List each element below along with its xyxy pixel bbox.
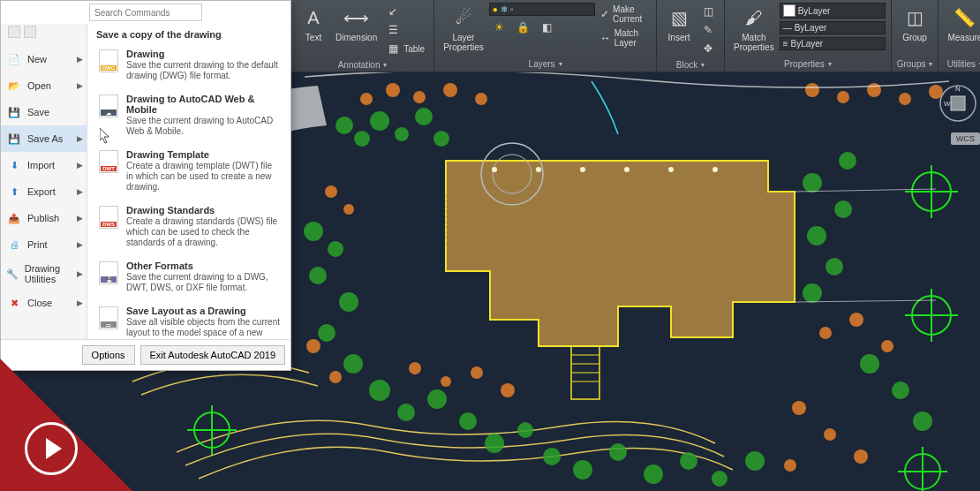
file-type-icon: ▭ — [98, 306, 119, 330]
option-title: Save Layout as a Drawing — [126, 306, 280, 316]
linetype-dropdown[interactable]: ≡ByLayer — [780, 37, 886, 50]
option-desc: Create a drawing template (DWT) file in … — [126, 161, 280, 193]
table-button[interactable]: ▦Table — [382, 40, 428, 57]
dimension-button[interactable]: ⟷Dimension — [332, 3, 381, 44]
saveas-option-drawing-template[interactable]: DWTDrawing TemplateCreate a drawing temp… — [96, 147, 282, 194]
wcs-badge[interactable]: WCS — [951, 132, 980, 145]
menu-item-import[interactable]: ⬇Import▶ — [1, 152, 87, 178]
dimension-icon: ⟷ — [343, 4, 370, 31]
svg-point-56 — [409, 362, 421, 374]
ribbon-group-utilities: 📏Measure Utilities▾ — [939, 0, 980, 72]
file-type-icon: DWS — [98, 205, 119, 230]
lock-icon: 🔒 — [516, 20, 531, 34]
group-icon: ◫ — [901, 4, 928, 31]
match-layer-button[interactable]: ↔Match Layer — [597, 26, 651, 49]
menu-item-new[interactable]: 📄New▶ — [1, 46, 87, 72]
menu-item-publish[interactable]: 📤Publish▶ — [1, 205, 87, 231]
submenu-arrow-icon: ▶ — [77, 81, 83, 90]
saveas-option-drawing-standards[interactable]: DWSDrawing StandardsCreate a drawing sta… — [96, 203, 282, 250]
option-desc: Save the current drawing to a DWG, DWT, … — [126, 272, 280, 293]
recent-toggle[interactable] — [8, 26, 36, 38]
menu-item-print[interactable]: 🖨Print▶ — [1, 231, 87, 258]
svg-point-40 — [892, 381, 909, 399]
block-tool-3[interactable]: ✥ — [697, 40, 719, 57]
lineweight-dropdown[interactable]: —ByLayer — [780, 21, 886, 34]
saveas-option-save-layout-as-a-drawing[interactable]: ▭Save Layout as a DrawingSave all visibl… — [96, 304, 282, 339]
submenu-arrow-icon: ▶ — [77, 161, 83, 170]
block-tool-1[interactable]: ◫ — [697, 3, 719, 20]
group-title[interactable]: Utilities▾ — [947, 57, 980, 72]
svg-point-52 — [325, 185, 337, 198]
ribbon-group-annotation: AText ⟷Dimension ↙ ☰ ▦Table Annotation▾ — [291, 0, 434, 72]
svg-point-25 — [517, 422, 533, 438]
appmenu-left-column: 📄New▶📂Open▶💾Save💾Save As▶⬇Import▶⬆Export… — [1, 24, 87, 339]
svg-point-34 — [825, 258, 843, 276]
layer-dropdown[interactable]: ●❄▫ — [489, 3, 595, 16]
svg-point-28 — [609, 443, 627, 461]
exit-button[interactable]: Exit Autodesk AutoCAD 2019 — [140, 345, 285, 365]
group-title[interactable]: Groups▾ — [897, 57, 933, 72]
svg-text:N: N — [955, 85, 961, 93]
saveas-option-drawing[interactable]: DWGDrawingSave the current drawing to th… — [96, 47, 282, 83]
menu-item-export[interactable]: ⬆Export▶ — [1, 178, 87, 205]
menu-item-drawing-utilities[interactable]: 🔧Drawing Utilities▶ — [1, 258, 87, 290]
saveas-option-other-formats[interactable]: 💾Other FormatsSave the current drawing t… — [96, 259, 282, 295]
menu-item-close[interactable]: ✖Close▶ — [1, 290, 87, 316]
menu-item-icon: 💾 — [6, 104, 22, 120]
svg-point-61 — [849, 313, 863, 327]
menu-item-save-as[interactable]: 💾Save As▶ — [1, 125, 87, 152]
layer-tool-3[interactable]: ◧ — [537, 19, 558, 36]
svg-point-66 — [784, 459, 796, 472]
measure-button[interactable]: 📏Measure — [944, 3, 980, 44]
svg-point-13 — [433, 131, 449, 147]
color-dropdown[interactable]: ByLayer — [780, 3, 886, 19]
svg-point-47 — [805, 83, 819, 97]
svg-point-38 — [839, 152, 856, 170]
svg-point-72 — [712, 167, 718, 172]
leader-icon: ↙ — [386, 4, 400, 19]
search-commands-input[interactable] — [89, 4, 202, 21]
insert-button[interactable]: ▧Insert — [662, 3, 696, 44]
group-title[interactable]: Layers▾ — [529, 57, 562, 72]
layer-tool-1[interactable]: ☀ — [489, 19, 510, 36]
submenu-arrow-icon: ▶ — [77, 269, 83, 278]
svg-point-31 — [712, 471, 727, 487]
layers-icon: ☄ — [450, 4, 477, 31]
play-button[interactable] — [25, 422, 78, 475]
group-title[interactable]: Properties▾ — [784, 57, 832, 72]
group-button[interactable]: ◫Group — [898, 3, 931, 44]
layer-tool-2[interactable]: 🔒 — [513, 19, 534, 36]
mtext-button[interactable]: ☰ — [382, 21, 428, 39]
group-title[interactable]: Annotation▾ — [338, 57, 388, 72]
menu-item-label: Publish — [27, 213, 59, 223]
menu-item-label: Export — [27, 186, 56, 197]
edit-block-icon: ✎ — [701, 23, 715, 37]
menu-item-label: Save — [27, 107, 49, 117]
text-button[interactable]: AText — [297, 3, 330, 44]
svg-point-71 — [668, 167, 674, 172]
viewcube[interactable]: NW — [939, 84, 978, 124]
menu-item-icon: 🔧 — [6, 266, 19, 282]
svg-point-41 — [913, 412, 932, 431]
saveas-option-drawing-to-autocad-web-mobile[interactable]: ☁Drawing to AutoCAD Web & MobileSave the… — [96, 92, 282, 139]
svg-point-65 — [854, 449, 868, 464]
ribbon-group-groups: ◫Group Groups▾ — [892, 0, 939, 72]
ribbon-group-properties: 🖌Match Properties ByLayer —ByLayer ≡ByLa… — [725, 0, 892, 72]
menu-item-icon: 📂 — [6, 78, 22, 94]
block-tool-2[interactable]: ✎ — [697, 21, 719, 39]
group-title[interactable]: Block▾ — [676, 57, 705, 72]
menu-item-label: New — [27, 54, 47, 64]
option-title: Drawing to AutoCAD Web & Mobile — [126, 94, 280, 115]
menu-item-open[interactable]: 📂Open▶ — [1, 72, 87, 99]
option-desc: Create a drawing standards (DWS) file wh… — [126, 216, 280, 248]
layer-properties-button[interactable]: ☄Layer Properties — [440, 3, 487, 54]
attr-icon: ✥ — [701, 42, 715, 56]
match-layer-icon: ↔ — [600, 31, 611, 45]
menu-item-save[interactable]: 💾Save — [1, 99, 87, 125]
appmenu-right-panel: Save a copy of the drawing DWGDrawingSav… — [87, 24, 290, 339]
menu-item-label: Close — [27, 298, 52, 308]
layer-misc-icon: ◧ — [540, 20, 554, 34]
make-current-button[interactable]: ✓Make Current — [597, 3, 651, 26]
leader-button[interactable]: ↙ — [382, 3, 428, 20]
match-properties-button[interactable]: 🖌Match Properties — [730, 3, 778, 54]
